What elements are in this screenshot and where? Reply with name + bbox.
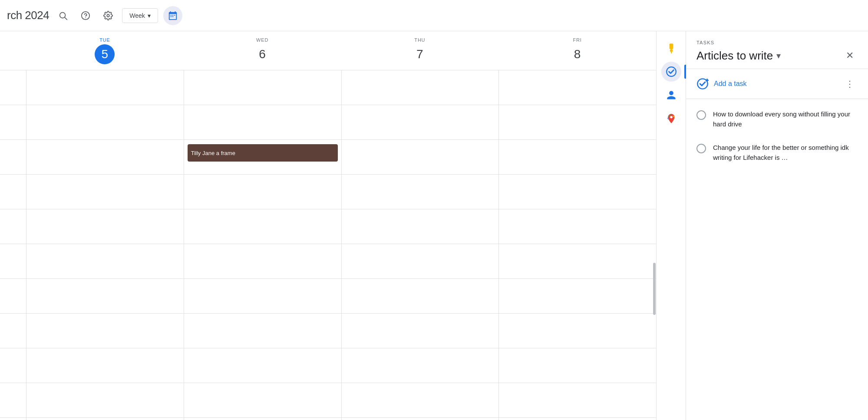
gear-icon [103,11,113,20]
week-view-button[interactable]: Week ▾ [122,8,158,23]
tasks-dropdown-arrow-icon: ▾ [776,50,781,61]
time-slot-6am [0,279,26,314]
tasks-title[interactable]: Articles to write ▾ [696,49,781,63]
active-indicator [684,65,686,79]
svg-line-1 [65,17,67,20]
contacts-icon-button[interactable] [661,85,681,105]
tasks-title-row: Articles to write ▾ ✕ [696,48,858,63]
time-slot-9am [0,383,26,418]
svg-rect-8 [170,16,172,17]
day-num-thu: 7 [410,44,430,64]
svg-rect-6 [172,15,173,16]
time-slot-5am [0,244,26,279]
task-item-1[interactable]: How to download every song without filli… [686,103,868,136]
add-task-left: Add a task [696,78,747,90]
calendar-icon [168,11,178,20]
main-content: TUE 5 WED 6 THU 7 FRI 8 [0,31,868,420]
header: rch 2024 Week ▾ [0,0,868,31]
more-vert-icon: ⋮ [845,79,854,89]
tasks-close-button[interactable]: ✕ [842,48,858,63]
day-column-tue [26,70,184,420]
help-icon [81,11,90,20]
day-name-fri: FRI [573,37,582,43]
maps-icon-button[interactable] [661,109,681,129]
tasks-title-text: Articles to write [696,49,773,63]
svg-rect-10 [669,43,673,49]
time-slot-3am [0,175,26,209]
svg-rect-7 [174,15,175,16]
day-header-thu[interactable]: THU 7 [341,31,499,70]
add-task-icon-container [696,78,709,90]
svg-point-11 [670,49,673,52]
task-text-2: Change your life for the better or somet… [713,143,858,162]
day-num-tue: 5 [95,44,115,64]
event-tilly-jane[interactable]: Tilly Jane a frame [188,144,338,162]
keep-icon [666,43,677,54]
svg-point-4 [107,14,109,17]
task-list: How to download every song without filli… [686,99,868,420]
day-column-thu [341,70,499,420]
person-icon [666,90,677,100]
day-name-thu: THU [414,37,425,43]
close-icon: ✕ [846,50,854,61]
add-task-label[interactable]: Add a task [714,80,747,88]
time-slot-8am [0,348,26,383]
more-options-button[interactable]: ⋮ [842,76,858,92]
svg-point-13 [667,67,676,76]
day-header-tue[interactable]: TUE 5 [26,31,184,70]
tasks-icon [666,66,677,77]
keep-icon-button[interactable] [661,38,681,58]
svg-rect-9 [172,16,173,17]
settings-button[interactable] [99,7,117,24]
day-header-fri[interactable]: FRI 8 [498,31,656,70]
day-header-wed[interactable]: WED 6 [184,31,341,70]
time-slot-empty [0,70,26,105]
day-num-wed: 6 [252,44,272,64]
tasks-panel-label: TASKS [696,40,858,45]
time-slot-1am [0,105,26,140]
day-headers: TUE 5 WED 6 THU 7 FRI 8 [0,31,656,70]
task-text-1: How to download every song without filli… [713,109,858,129]
task-checkbox-2[interactable] [696,144,706,153]
week-dropdown-arrow-icon: ▾ [148,12,151,19]
tasks-panel: TASKS Articles to write ▾ ✕ [686,31,868,420]
search-button[interactable] [54,7,72,24]
add-task-row: Add a task ⋮ [686,69,868,99]
time-slot-2am [0,140,26,175]
sidebar-icons [656,31,686,420]
svg-point-14 [670,116,672,118]
time-gutter [0,70,26,420]
event-title: Tilly Jane a frame [191,150,235,156]
search-icon [58,11,68,20]
task-checkbox-1[interactable] [696,110,706,120]
day-column-wed: Tilly Jane a frame [184,70,341,420]
day-column-fri [498,70,656,420]
week-button-label: Week [129,12,145,19]
calendar-title: rch 2024 [7,9,49,22]
calendar-view-toggle-button[interactable] [163,6,182,25]
time-slot-4am [0,209,26,244]
svg-rect-5 [170,15,172,16]
add-task-icon [696,78,709,90]
time-slot-7am [0,314,26,348]
day-name-wed: WED [256,37,268,43]
help-button[interactable] [77,7,94,24]
day-name-tue: TUE [99,37,110,43]
task-item-2[interactable]: Change your life for the better or somet… [686,136,868,169]
tasks-panel-header: TASKS Articles to write ▾ ✕ [686,31,868,69]
calendar-area: TUE 5 WED 6 THU 7 FRI 8 [0,31,656,420]
calendar-grid: Tilly Jane a frame [0,70,656,420]
maps-icon [666,113,677,124]
tasks-icon-button[interactable] [661,62,681,82]
day-num-fri: 8 [568,44,587,64]
